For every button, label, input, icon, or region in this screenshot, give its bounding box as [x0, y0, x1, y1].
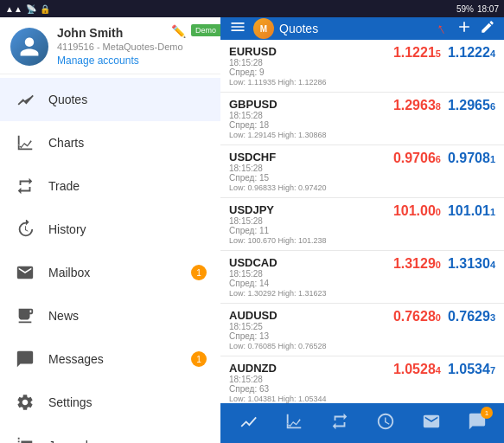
bid-price: 0.76280: [393, 309, 441, 324]
bid-main: 1.2963: [393, 98, 436, 113]
bid-price: 101.000: [393, 203, 441, 219]
bottom-mailbox-icon: [422, 412, 441, 435]
mailbox-badge: 1: [191, 265, 207, 280]
quote-symbol: USDCHF: [229, 151, 393, 164]
sidebar-item-messages-label: Messages: [48, 352, 104, 366]
profile-info: John Smith 4119516 - MetaQuotes-Demo Man…: [57, 26, 210, 67]
sidebar-item-news[interactable]: News: [0, 294, 220, 337]
quote-spread: Спред: 14: [229, 279, 393, 288]
bottom-tab-history[interactable]: [362, 403, 408, 443]
ask-price: 1.31304: [448, 256, 495, 272]
header-edit-icon[interactable]: [480, 19, 495, 39]
ask-price: 1.12224: [448, 45, 495, 61]
quote-low-high: Low: 0.96833 High: 0.97420: [229, 183, 393, 192]
quote-time: 18:15:28: [229, 58, 393, 67]
profile-name: John Smith: [57, 26, 210, 40]
quote-spread: Спред: 63: [229, 384, 393, 394]
status-left-icons: ▲▲ 📡 🔒: [5, 4, 50, 14]
bid-decimal: 4: [436, 365, 441, 376]
bid-main: 0.7628: [393, 309, 436, 324]
manage-accounts-link[interactable]: Manage accounts: [57, 55, 210, 67]
header-menu-icon[interactable]: [229, 18, 246, 40]
bid-main: 1.0528: [393, 362, 436, 377]
price-row: 101.000 101.011: [393, 203, 495, 219]
quote-low-high: Low: 1.04381 High: 1.05344: [229, 395, 393, 403]
bid-decimal: 8: [436, 101, 441, 112]
sidebar-item-charts[interactable]: Charts: [0, 121, 220, 164]
quote-symbol: AUDUSD: [229, 309, 393, 322]
bid-main: 0.9706: [393, 151, 436, 166]
bottom-history-icon: [376, 412, 395, 435]
sidebar-item-news-label: News: [48, 309, 79, 323]
sidebar-item-trade[interactable]: Trade: [0, 164, 220, 208]
quotes-list: EURUSD 18:15:28 Спред: 9 Low: 1.11935 Hi…: [220, 40, 504, 403]
sidebar-item-settings[interactable]: Settings: [0, 381, 220, 424]
ask-main: 1.3130: [448, 256, 490, 272]
ask-price: 1.29656: [448, 98, 495, 113]
bottom-tab-bar: 1: [220, 403, 504, 443]
ask-price: 1.05347: [448, 362, 495, 377]
quote-left-gbpusd: GBPUSD 18:15:28 Спред: 18 Low: 1.29145 H…: [229, 98, 393, 139]
quote-row-usdcad[interactable]: USDCAD 18:15:28 Спред: 14 Low: 1.30292 H…: [220, 251, 504, 304]
sidebar-item-journal-label: Journal: [48, 439, 88, 443]
quote-symbol: EURUSD: [229, 45, 393, 58]
quote-prices: 1.31290 1.31304: [393, 256, 495, 298]
sidebar-item-journal[interactable]: Journal: [0, 424, 220, 443]
bottom-tab-charts[interactable]: [271, 403, 316, 443]
quote-low-high: Low: 1.29145 High: 1.30868: [229, 131, 393, 139]
quote-symbol: AUDNZD: [229, 362, 393, 375]
quote-prices: 1.12215 1.12224: [393, 45, 495, 87]
bid-decimal: 0: [436, 260, 441, 270]
ask-main: 101.01: [448, 203, 490, 219]
sidebar-item-quotes[interactable]: Quotes: [0, 78, 220, 121]
bid-price: 1.31290: [393, 256, 441, 272]
price-row: 0.97066 0.97081: [393, 151, 495, 166]
sidebar-item-settings-label: Settings: [48, 395, 93, 409]
quote-time: 18:15:28: [229, 216, 393, 226]
bid-decimal: 0: [436, 207, 441, 217]
quote-row-usdjpy[interactable]: USDJPY 18:15:28 Спред: 11 Low: 100.670 H…: [220, 198, 504, 251]
bid-decimal: 0: [436, 312, 441, 323]
ask-decimal: 3: [490, 312, 495, 323]
bottom-tab-messages[interactable]: 1: [454, 403, 500, 443]
bottom-tab-mailbox[interactable]: [408, 403, 454, 443]
bid-decimal: 6: [436, 154, 441, 164]
quote-left-usdjpy: USDJPY 18:15:28 Спред: 11 Low: 100.670 H…: [229, 203, 393, 245]
ask-decimal: 4: [490, 48, 495, 59]
quote-prices: 1.29638 1.29656: [393, 98, 495, 139]
bottom-charts-icon: [284, 412, 303, 435]
quote-row-audnzd[interactable]: AUDNZD 18:15:28 Спред: 63 Low: 1.04381 H…: [220, 356, 504, 403]
quote-row-usdchf[interactable]: USDCHF 18:15:28 Спред: 15 Low: 0.96833 H…: [220, 145, 504, 198]
quote-row-eurusd[interactable]: EURUSD 18:15:28 Спред: 9 Low: 1.11935 Hi…: [220, 40, 504, 93]
header-add-icon[interactable]: [456, 18, 473, 40]
quote-left-audusd: AUDUSD 18:15:25 Спред: 13 Low: 0.76085 H…: [229, 309, 393, 350]
ask-decimal: 7: [490, 365, 495, 376]
edit-profile-icon[interactable]: ✏️: [171, 24, 186, 38]
messages-icon: [14, 348, 36, 370]
sidebar-item-messages[interactable]: Messages 1: [0, 337, 220, 381]
sidebar-item-mailbox[interactable]: Mailbox 1: [0, 251, 220, 294]
quote-row-gbpusd[interactable]: GBPUSD 18:15:28 Спред: 18 Low: 1.29145 H…: [220, 93, 504, 145]
header-title: Quotes: [279, 22, 437, 35]
bid-price: 1.05284: [393, 362, 441, 377]
bottom-tab-trade[interactable]: [316, 403, 362, 443]
trade-icon: [14, 175, 36, 197]
history-icon: [14, 218, 36, 241]
sidebar-item-quotes-label: Quotes: [48, 93, 87, 106]
quote-row-audusd[interactable]: AUDUSD 18:15:25 Спред: 13 Low: 0.76085 H…: [220, 304, 504, 356]
quote-spread: Спред: 9: [229, 67, 393, 77]
quote-time: 18:15:28: [229, 164, 393, 173]
bid-price: 0.97066: [393, 151, 441, 166]
ask-decimal: 1: [490, 207, 495, 217]
quote-spread: Спред: 18: [229, 120, 393, 130]
quote-time: 18:15:25: [229, 322, 393, 331]
ask-price: 0.97081: [448, 151, 495, 166]
price-row: 1.31290 1.31304: [393, 256, 495, 272]
time-text: 18:07: [477, 4, 499, 14]
avatar: [10, 28, 48, 66]
quote-low-high: Low: 1.30292 High: 1.31623: [229, 289, 393, 298]
price-row: 0.76280 0.76293: [393, 309, 495, 324]
bottom-tab-quotes[interactable]: [225, 403, 271, 443]
sidebar-item-history[interactable]: History: [0, 208, 220, 251]
bid-main: 101.00: [393, 203, 436, 219]
